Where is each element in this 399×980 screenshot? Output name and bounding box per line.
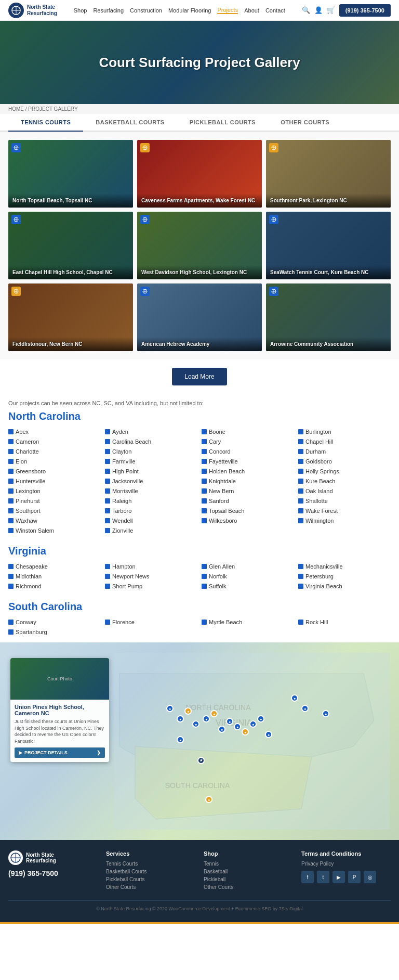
list-item[interactable]: Goldsboro [298, 457, 391, 466]
list-item[interactable]: Chapel Hill [298, 437, 391, 446]
footer-shop-other[interactable]: Other Courts [204, 884, 293, 890]
list-item[interactable]: Burlington [298, 428, 391, 436]
map-dot[interactable]: ● [265, 731, 272, 738]
map-dot[interactable]: ● [257, 715, 264, 723]
list-item[interactable]: Glen Allen [202, 562, 294, 571]
list-item[interactable]: Raleigh [105, 497, 197, 505]
gallery-item[interactable]: Caveness Farms Apartments, Wake Forest N… [137, 140, 262, 208]
list-item[interactable]: Cameron [8, 437, 101, 446]
list-item[interactable]: New Bern [202, 487, 294, 495]
tab-pickleball[interactable]: PICKLEBALL COURTS [177, 114, 268, 132]
list-item[interactable]: Richmond [8, 582, 101, 590]
gallery-item[interactable]: East Chapel Hill High School, Chapel NC [8, 212, 133, 279]
footer-shop-pickleball[interactable]: Pickleball [204, 876, 293, 882]
gallery-item[interactable]: SeaWatch Tennis Court, Kure Beach NC [266, 212, 391, 279]
list-item[interactable]: Farmville [105, 457, 197, 466]
list-item[interactable]: Chesapeake [8, 562, 101, 571]
map-dot[interactable]: ● [210, 710, 218, 717]
map-dot[interactable]: ● [249, 720, 257, 728]
list-item[interactable]: High Point [105, 467, 197, 475]
load-more-button[interactable]: Load More [172, 368, 227, 385]
list-item[interactable]: Clayton [105, 447, 197, 456]
map-dot[interactable]: ★ [197, 757, 205, 764]
list-item[interactable]: Carolina Beach [105, 437, 197, 446]
list-item[interactable]: Holden Beach [202, 467, 294, 475]
list-item[interactable]: Norfolk [202, 572, 294, 581]
list-item[interactable]: Mechanicsville [298, 562, 391, 571]
list-item[interactable]: Huntersville [8, 477, 101, 485]
tab-other[interactable]: OTHER COURTS [268, 114, 342, 132]
nav-construction[interactable]: Construction [130, 7, 162, 14]
twitter-icon[interactable]: t [317, 871, 329, 883]
list-item[interactable]: Wake Forest [298, 507, 391, 515]
list-item[interactable]: Kure Beach [298, 477, 391, 485]
phone-button[interactable]: (919) 365-7500 [339, 4, 391, 17]
tab-tennis[interactable]: TENNIS COURTS [8, 114, 83, 132]
map-dot[interactable]: ● [166, 705, 174, 712]
list-item[interactable]: Waxhaw [8, 517, 101, 525]
search-icon[interactable]: 🔍 [302, 6, 310, 14]
map-dot[interactable]: ● [226, 718, 233, 725]
list-item[interactable]: Newport News [105, 572, 197, 581]
list-item[interactable]: Holly Springs [298, 467, 391, 475]
list-item[interactable]: Midlothian [8, 572, 101, 581]
nav-contact[interactable]: Contact [265, 7, 285, 14]
list-item[interactable]: Concord [202, 447, 294, 456]
nav-resurfacing[interactable]: Resurfacing [93, 7, 124, 14]
map-dot[interactable]: ● [177, 715, 184, 723]
map-dot[interactable]: ● [322, 710, 329, 717]
nav-projects[interactable]: Projects [217, 7, 238, 14]
list-item[interactable]: Lexington [8, 487, 101, 495]
list-item[interactable]: Knightdale [202, 477, 294, 485]
list-item[interactable]: Virginia Beach [298, 582, 391, 590]
map-dot[interactable]: ● [301, 705, 309, 712]
cart-icon[interactable]: 🛒 [327, 6, 335, 14]
list-item[interactable]: Conway [8, 618, 101, 626]
list-item[interactable]: Durham [298, 447, 391, 456]
footer-phone[interactable]: (919) 365-7500 [8, 869, 98, 878]
list-item[interactable]: Rock Hill [298, 618, 391, 626]
list-item[interactable]: Elon [8, 457, 101, 466]
list-item[interactable]: Pinehurst [8, 497, 101, 505]
list-item[interactable]: Short Pump [105, 582, 197, 590]
user-icon[interactable]: 👤 [314, 6, 323, 14]
footer-shop-basketball[interactable]: Basketball [204, 869, 293, 874]
gallery-item[interactable]: North Topsail Beach, Topsail NC [8, 140, 133, 208]
gallery-item[interactable]: Fieldlistonour, New Bern NC [8, 283, 133, 351]
map-dot[interactable]: ● [234, 723, 241, 730]
list-item[interactable]: Morrisville [105, 487, 197, 495]
list-item[interactable]: Winston Salem [8, 526, 101, 535]
nav-modular[interactable]: Modular Flooring [168, 7, 211, 14]
footer-link-tennis-courts[interactable]: Tennis Courts [106, 861, 195, 867]
list-item[interactable]: Wilmington [298, 517, 391, 525]
footer-link-basketball-courts[interactable]: Basketball Courts [106, 869, 195, 874]
map-dot[interactable]: ● [291, 694, 298, 702]
nav-about[interactable]: About [244, 7, 259, 14]
map-dot[interactable]: ● [205, 796, 212, 803]
list-item[interactable]: Petersburg [298, 572, 391, 581]
gallery-item[interactable]: Southmont Park, Lexington NC [266, 140, 391, 208]
list-item[interactable]: Wilkesboro [202, 517, 294, 525]
map-dot[interactable]: ● [203, 715, 210, 723]
list-item[interactable]: Spartanburg [8, 628, 101, 636]
logo[interactable]: North State Resurfacing [8, 3, 57, 18]
map-dot[interactable]: ● [242, 728, 249, 736]
list-item[interactable]: Florence [105, 618, 197, 626]
list-item[interactable]: Shallotte [298, 497, 391, 505]
facebook-icon[interactable]: f [301, 871, 314, 883]
list-item[interactable]: Oak Island [298, 487, 391, 495]
list-item[interactable]: Wendell [105, 517, 197, 525]
list-item[interactable]: Myrtle Beach [202, 618, 294, 626]
youtube-icon[interactable]: ▶ [332, 871, 345, 883]
footer-link-pickleball-courts[interactable]: Pickleball Courts [106, 876, 195, 882]
list-item[interactable]: Charlotte [8, 447, 101, 456]
list-item[interactable]: Fayetteville [202, 457, 294, 466]
map-dot[interactable]: ● [218, 726, 225, 733]
gallery-item[interactable]: American Hebrew Academy [137, 283, 262, 351]
list-item[interactable]: Suffolk [202, 582, 294, 590]
list-item[interactable]: Boone [202, 428, 294, 436]
footer-privacy-policy[interactable]: Privacy Policy [301, 861, 391, 867]
list-item[interactable]: Sanford [202, 497, 294, 505]
list-item[interactable]: Jacksonville [105, 477, 197, 485]
gallery-item[interactable]: West Davidson High School, Lexington NC [137, 212, 262, 279]
